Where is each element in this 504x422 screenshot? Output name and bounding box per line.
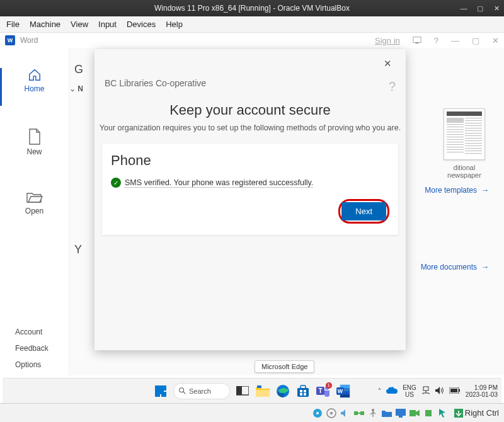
svg-rect-41 bbox=[360, 411, 364, 415]
home-icon bbox=[28, 68, 42, 82]
vb-network-icon[interactable] bbox=[353, 408, 365, 419]
sidebar-bottom: Account Feedback Options bbox=[0, 328, 69, 369]
svg-rect-4 bbox=[155, 392, 160, 397]
vbox-menubar: File Machine View Input Devices Help bbox=[0, 16, 504, 33]
vb-cpu-icon[interactable] bbox=[423, 408, 434, 419]
svg-rect-0 bbox=[413, 37, 421, 43]
vb-usb-icon[interactable] bbox=[367, 408, 379, 419]
svg-rect-13 bbox=[297, 388, 309, 397]
search-icon bbox=[179, 387, 186, 394]
sidebar-item-label: Home bbox=[24, 84, 44, 93]
close-icon[interactable]: ✕ bbox=[493, 4, 500, 12]
new-doc-icon bbox=[28, 128, 41, 145]
template-label: ditional newspaper bbox=[447, 164, 481, 179]
sidebar-item-home[interactable]: Home bbox=[0, 63, 69, 106]
vb-audio-icon[interactable] bbox=[340, 408, 351, 419]
arrow-right-icon bbox=[481, 185, 489, 195]
sidebar-item-account[interactable]: Account bbox=[15, 328, 69, 336]
svg-point-6 bbox=[180, 388, 184, 392]
menu-file[interactable]: File bbox=[6, 20, 20, 29]
tray-chevron-icon[interactable]: ˄ bbox=[378, 387, 381, 394]
template-card-newspaper[interactable]: ditional newspaper bbox=[440, 108, 489, 179]
arrow-down-icon bbox=[454, 409, 463, 418]
sidebar-item-open[interactable]: Open bbox=[0, 186, 69, 228]
svg-point-37 bbox=[316, 412, 319, 414]
sidebar-item-options[interactable]: Options bbox=[15, 360, 69, 369]
clock[interactable]: 1:09 PM2023-01-03 bbox=[466, 384, 498, 398]
vbox-hostkey: Right Ctrl bbox=[454, 408, 499, 418]
svg-rect-47 bbox=[396, 409, 406, 416]
word-logo-icon: W bbox=[5, 35, 15, 45]
svg-rect-35 bbox=[450, 389, 457, 392]
svg-rect-28 bbox=[423, 387, 428, 391]
svg-rect-48 bbox=[399, 416, 403, 418]
svg-rect-11 bbox=[257, 385, 261, 388]
file-explorer-icon[interactable] bbox=[255, 384, 270, 399]
teams-icon[interactable]: T1 bbox=[316, 384, 331, 399]
sidebar-item-label: New bbox=[26, 147, 42, 156]
menu-devices[interactable]: Devices bbox=[127, 20, 156, 29]
collapse-section-toggle[interactable]: ⌄ N bbox=[69, 84, 83, 93]
vb-mouse-integration-icon[interactable] bbox=[437, 408, 448, 419]
svg-rect-10 bbox=[256, 390, 270, 397]
svg-rect-40 bbox=[354, 411, 358, 415]
highlight-ring: Next bbox=[338, 199, 389, 224]
security-setup-dialog: ✕ BC Libraries Co-operative ? Keep your … bbox=[94, 49, 406, 350]
status-row: ✓ SMS verified. Your phone was registere… bbox=[111, 178, 389, 188]
open-folder-icon bbox=[26, 191, 43, 204]
word-close-icon[interactable]: ✕ bbox=[492, 36, 499, 45]
svg-rect-1 bbox=[415, 43, 418, 44]
taskbar-search[interactable]: Search bbox=[173, 383, 230, 399]
menu-help[interactable]: Help bbox=[166, 20, 183, 29]
svg-rect-49 bbox=[410, 410, 416, 416]
next-button[interactable]: Next bbox=[341, 202, 386, 220]
svg-rect-14 bbox=[300, 390, 302, 392]
vb-optical-icon[interactable] bbox=[326, 408, 337, 419]
dialog-close-icon[interactable]: ✕ bbox=[380, 57, 396, 71]
svg-rect-34 bbox=[459, 389, 460, 392]
arrow-right-icon bbox=[481, 262, 489, 271]
vb-hdd-icon[interactable] bbox=[312, 408, 323, 419]
onedrive-icon[interactable] bbox=[386, 387, 398, 396]
vbox-title: Windows 11 Pro x86_64 [Running] - Oracle… bbox=[154, 4, 350, 13]
sidebar-item-new[interactable]: New bbox=[0, 123, 69, 169]
menu-view[interactable]: View bbox=[71, 20, 88, 29]
system-tray: ˄ ENGUS 1:09 PM2023-01-03 bbox=[378, 384, 498, 398]
word-restore-icon[interactable]: ▢ bbox=[472, 36, 479, 45]
windows-taskbar: Search T1 W ˄ ENGUS 1:09 PM2023-01-03 bbox=[3, 378, 501, 403]
help-icon[interactable]: ? bbox=[434, 36, 438, 45]
word-titlebar: W Word Sign in ? — ▢ ✕ bbox=[0, 33, 504, 48]
dialog-help-icon[interactable]: ? bbox=[389, 79, 396, 94]
status-message: SMS verified. Your phone was registered … bbox=[125, 178, 313, 188]
svg-rect-3 bbox=[161, 385, 166, 391]
menu-input[interactable]: Input bbox=[98, 20, 117, 29]
svg-text:W: W bbox=[338, 388, 343, 394]
signin-link[interactable]: Sign in bbox=[375, 36, 400, 45]
svg-rect-9 bbox=[236, 386, 242, 395]
word-taskbar-icon[interactable]: W bbox=[336, 384, 351, 399]
more-documents-link[interactable]: More documents bbox=[421, 262, 489, 271]
sidebar-item-feedback[interactable]: Feedback bbox=[15, 344, 69, 353]
language-indicator[interactable]: ENGUS bbox=[403, 384, 416, 398]
dialog-title: Keep your account secure bbox=[94, 98, 406, 123]
edge-icon[interactable] bbox=[275, 384, 290, 399]
maximize-icon[interactable]: ▢ bbox=[476, 4, 484, 12]
menu-machine[interactable]: Machine bbox=[30, 20, 60, 29]
svg-rect-15 bbox=[304, 390, 306, 392]
more-templates-link[interactable]: More templates bbox=[425, 185, 489, 195]
svg-text:T: T bbox=[318, 387, 322, 394]
minimize-icon[interactable]: — bbox=[460, 4, 467, 12]
word-minimize-icon[interactable]: — bbox=[451, 36, 459, 45]
word-app-name: Word bbox=[20, 36, 38, 45]
network-icon[interactable] bbox=[421, 386, 430, 396]
task-view-icon[interactable] bbox=[235, 384, 250, 399]
battery-icon[interactable] bbox=[449, 387, 461, 395]
vb-shared-folder-icon[interactable] bbox=[381, 408, 392, 419]
store-icon[interactable] bbox=[295, 384, 311, 399]
account-manager-icon[interactable] bbox=[413, 36, 421, 45]
start-button[interactable] bbox=[153, 384, 168, 399]
sidebar-item-label: Open bbox=[25, 207, 43, 215]
volume-icon[interactable] bbox=[435, 387, 444, 396]
vb-recording-icon[interactable] bbox=[409, 408, 420, 419]
vb-display-icon[interactable] bbox=[395, 408, 406, 419]
